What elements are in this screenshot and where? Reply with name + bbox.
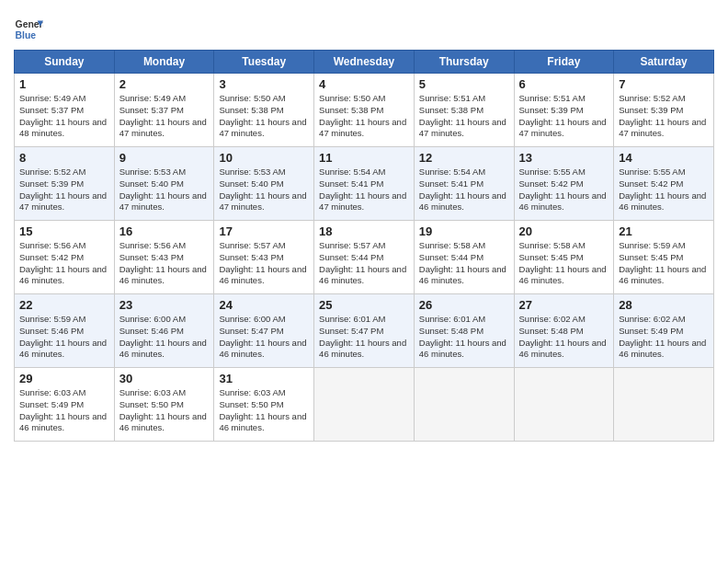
day-info: Sunrise: 5:58 AMSunset: 5:45 PMDaylight:…	[519, 240, 607, 285]
day-info: Sunrise: 6:01 AMSunset: 5:47 PMDaylight:…	[319, 314, 406, 359]
day-number: 3	[219, 77, 309, 91]
day-info: Sunrise: 5:57 AMSunset: 5:44 PMDaylight:…	[319, 240, 406, 285]
svg-text:Blue: Blue	[16, 30, 37, 40]
empty-cell	[514, 368, 614, 442]
day-cell-13: 13Sunrise: 5:55 AMSunset: 5:42 PMDayligh…	[514, 147, 614, 221]
day-cell-28: 28Sunrise: 6:02 AMSunset: 5:49 PMDayligh…	[614, 294, 714, 368]
day-info: Sunrise: 5:53 AMSunset: 5:40 PMDaylight:…	[219, 167, 306, 212]
day-cell-15: 15Sunrise: 5:56 AMSunset: 5:42 PMDayligh…	[15, 221, 115, 294]
day-cell-12: 12Sunrise: 5:54 AMSunset: 5:41 PMDayligh…	[414, 147, 514, 221]
calendar-header-row: SundayMondayTuesdayWednesdayThursdayFrid…	[15, 51, 714, 74]
day-info: Sunrise: 5:50 AMSunset: 5:38 PMDaylight:…	[319, 93, 406, 138]
day-info: Sunrise: 5:51 AMSunset: 5:39 PMDaylight:…	[519, 93, 607, 138]
day-number: 4	[319, 77, 409, 91]
day-header-wednesday: Wednesday	[314, 51, 415, 74]
day-number: 16	[119, 224, 210, 238]
day-info: Sunrise: 5:49 AMSunset: 5:37 PMDaylight:…	[119, 93, 207, 138]
day-number: 19	[419, 224, 509, 238]
day-number: 14	[619, 151, 709, 165]
day-info: Sunrise: 5:56 AMSunset: 5:42 PMDaylight:…	[19, 240, 107, 285]
day-header-sunday: Sunday	[15, 51, 115, 74]
day-number: 6	[519, 77, 609, 91]
day-info: Sunrise: 6:03 AMSunset: 5:49 PMDaylight:…	[19, 387, 107, 432]
day-cell-17: 17Sunrise: 5:57 AMSunset: 5:43 PMDayligh…	[214, 221, 314, 294]
day-number: 15	[19, 224, 109, 238]
logo-icon: General Blue	[14, 15, 43, 44]
day-number: 8	[19, 151, 109, 165]
calendar-week-4: 22Sunrise: 5:59 AMSunset: 5:46 PMDayligh…	[15, 294, 714, 368]
calendar-week-2: 8Sunrise: 5:52 AMSunset: 5:39 PMDaylight…	[15, 147, 714, 221]
day-cell-18: 18Sunrise: 5:57 AMSunset: 5:44 PMDayligh…	[314, 221, 415, 294]
day-cell-8: 8Sunrise: 5:52 AMSunset: 5:39 PMDaylight…	[15, 147, 115, 221]
calendar-table: SundayMondayTuesdayWednesdayThursdayFrid…	[14, 50, 714, 442]
day-number: 28	[619, 298, 709, 312]
day-info: Sunrise: 6:02 AMSunset: 5:49 PMDaylight:…	[619, 314, 706, 359]
day-info: Sunrise: 5:55 AMSunset: 5:42 PMDaylight:…	[519, 167, 607, 212]
day-header-saturday: Saturday	[614, 51, 714, 74]
day-number: 2	[119, 77, 210, 91]
day-info: Sunrise: 5:54 AMSunset: 5:41 PMDaylight:…	[319, 167, 406, 212]
day-number: 31	[219, 372, 309, 385]
day-info: Sunrise: 6:03 AMSunset: 5:50 PMDaylight:…	[219, 387, 306, 432]
day-info: Sunrise: 6:00 AMSunset: 5:47 PMDaylight:…	[219, 314, 306, 359]
day-number: 10	[219, 151, 309, 165]
day-cell-21: 21Sunrise: 5:59 AMSunset: 5:45 PMDayligh…	[614, 221, 714, 294]
day-info: Sunrise: 5:49 AMSunset: 5:37 PMDaylight:…	[19, 93, 107, 138]
day-header-friday: Friday	[514, 51, 614, 74]
day-number: 25	[319, 298, 409, 312]
day-number: 7	[619, 77, 709, 91]
day-cell-5: 5Sunrise: 5:51 AMSunset: 5:38 PMDaylight…	[414, 74, 514, 147]
day-cell-14: 14Sunrise: 5:55 AMSunset: 5:42 PMDayligh…	[614, 147, 714, 221]
day-info: Sunrise: 5:55 AMSunset: 5:42 PMDaylight:…	[619, 167, 706, 212]
day-info: Sunrise: 5:53 AMSunset: 5:40 PMDaylight:…	[119, 167, 207, 212]
day-cell-31: 31Sunrise: 6:03 AMSunset: 5:50 PMDayligh…	[214, 368, 314, 442]
day-info: Sunrise: 6:02 AMSunset: 5:48 PMDaylight:…	[519, 314, 607, 359]
day-cell-26: 26Sunrise: 6:01 AMSunset: 5:48 PMDayligh…	[414, 294, 514, 368]
day-cell-11: 11Sunrise: 5:54 AMSunset: 5:41 PMDayligh…	[314, 147, 415, 221]
day-number: 9	[119, 151, 210, 165]
day-info: Sunrise: 5:56 AMSunset: 5:43 PMDaylight:…	[119, 240, 207, 285]
day-number: 1	[19, 77, 109, 91]
day-header-tuesday: Tuesday	[214, 51, 314, 74]
day-number: 26	[419, 298, 509, 312]
day-number: 12	[419, 151, 509, 165]
empty-cell	[414, 368, 514, 442]
day-cell-25: 25Sunrise: 6:01 AMSunset: 5:47 PMDayligh…	[314, 294, 415, 368]
day-cell-23: 23Sunrise: 6:00 AMSunset: 5:46 PMDayligh…	[114, 294, 214, 368]
day-info: Sunrise: 6:00 AMSunset: 5:46 PMDaylight:…	[119, 314, 207, 359]
day-cell-19: 19Sunrise: 5:58 AMSunset: 5:44 PMDayligh…	[414, 221, 514, 294]
logo: General Blue	[14, 15, 47, 44]
day-info: Sunrise: 5:50 AMSunset: 5:38 PMDaylight:…	[219, 93, 306, 138]
day-number: 30	[119, 372, 210, 385]
day-header-monday: Monday	[114, 51, 214, 74]
day-info: Sunrise: 6:01 AMSunset: 5:48 PMDaylight:…	[419, 314, 506, 359]
day-cell-24: 24Sunrise: 6:00 AMSunset: 5:47 PMDayligh…	[214, 294, 314, 368]
day-number: 24	[219, 298, 309, 312]
day-cell-6: 6Sunrise: 5:51 AMSunset: 5:39 PMDaylight…	[514, 74, 614, 147]
day-cell-1: 1Sunrise: 5:49 AMSunset: 5:37 PMDaylight…	[15, 74, 115, 147]
day-cell-22: 22Sunrise: 5:59 AMSunset: 5:46 PMDayligh…	[15, 294, 115, 368]
empty-cell	[614, 368, 714, 442]
day-info: Sunrise: 5:52 AMSunset: 5:39 PMDaylight:…	[619, 93, 706, 138]
day-number: 22	[19, 298, 109, 312]
day-cell-30: 30Sunrise: 6:03 AMSunset: 5:50 PMDayligh…	[114, 368, 214, 442]
day-cell-7: 7Sunrise: 5:52 AMSunset: 5:39 PMDaylight…	[614, 74, 714, 147]
day-info: Sunrise: 5:52 AMSunset: 5:39 PMDaylight:…	[19, 167, 107, 212]
day-cell-3: 3Sunrise: 5:50 AMSunset: 5:38 PMDaylight…	[214, 74, 314, 147]
day-header-thursday: Thursday	[414, 51, 514, 74]
day-number: 17	[219, 224, 309, 238]
day-cell-2: 2Sunrise: 5:49 AMSunset: 5:37 PMDaylight…	[114, 74, 214, 147]
day-info: Sunrise: 6:03 AMSunset: 5:50 PMDaylight:…	[119, 387, 207, 432]
day-cell-27: 27Sunrise: 6:02 AMSunset: 5:48 PMDayligh…	[514, 294, 614, 368]
day-number: 20	[519, 224, 609, 238]
day-number: 21	[619, 224, 709, 238]
day-cell-9: 9Sunrise: 5:53 AMSunset: 5:40 PMDaylight…	[114, 147, 214, 221]
day-number: 13	[519, 151, 609, 165]
day-number: 18	[319, 224, 409, 238]
calendar-week-1: 1Sunrise: 5:49 AMSunset: 5:37 PMDaylight…	[15, 74, 714, 147]
day-cell-29: 29Sunrise: 6:03 AMSunset: 5:49 PMDayligh…	[15, 368, 115, 442]
calendar-week-5: 29Sunrise: 6:03 AMSunset: 5:49 PMDayligh…	[15, 368, 714, 442]
day-info: Sunrise: 5:58 AMSunset: 5:44 PMDaylight:…	[419, 240, 506, 285]
day-info: Sunrise: 5:59 AMSunset: 5:46 PMDaylight:…	[19, 314, 107, 359]
day-number: 29	[19, 372, 109, 385]
